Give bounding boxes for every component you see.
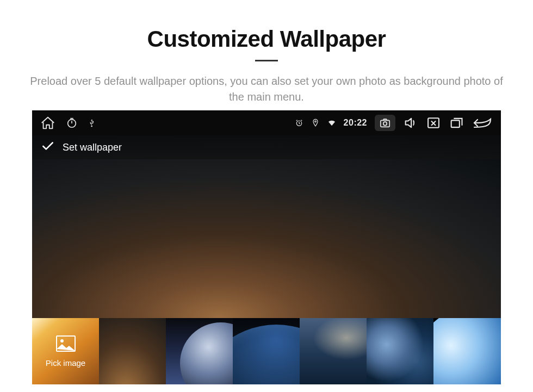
wallpaper-thumb-1[interactable]	[99, 318, 166, 384]
title-underline	[255, 60, 278, 61]
usb-icon	[88, 119, 96, 127]
svg-point-8	[60, 339, 64, 343]
wallpaper-preview	[32, 159, 501, 318]
status-bar-right: 20:22	[295, 115, 493, 131]
status-bar: 20:22	[32, 110, 501, 135]
thumbnail-strip: Pick image	[32, 318, 501, 384]
volume-icon[interactable]	[403, 115, 418, 130]
svg-point-2	[314, 121, 316, 122]
close-window-icon[interactable]	[426, 115, 441, 130]
screenshot-button[interactable]	[375, 115, 395, 131]
pick-image-label: Pick image	[46, 358, 85, 368]
page-title: Customized Wallpaper	[0, 26, 533, 52]
alarm-icon	[295, 119, 303, 127]
wallpaper-thumb-4[interactable]	[300, 318, 367, 384]
device-screen: 20:22	[32, 110, 501, 384]
wallpaper-thumb-6[interactable]	[433, 318, 501, 384]
timer-icon	[66, 117, 78, 129]
screen-title: Set wallpaper	[63, 142, 122, 153]
wallpaper-thumb-2[interactable]	[166, 318, 233, 384]
wallpaper-thumb-5[interactable]	[367, 318, 433, 384]
location-icon	[311, 119, 320, 127]
svg-rect-6	[451, 120, 460, 127]
camera-icon	[379, 117, 391, 129]
recent-apps-icon[interactable]	[449, 115, 464, 130]
wifi-icon	[327, 119, 336, 127]
svg-point-4	[383, 122, 387, 125]
status-bar-left	[40, 115, 96, 130]
page-subtitle: Preload over 5 default wallpaper options…	[22, 73, 511, 105]
svg-rect-3	[381, 120, 390, 127]
screen-title-row: Set wallpaper	[32, 135, 501, 159]
back-icon[interactable]	[472, 117, 493, 129]
check-icon[interactable]	[41, 139, 55, 156]
picture-icon	[55, 335, 76, 354]
home-icon[interactable]	[40, 115, 56, 130]
wallpaper-thumb-3[interactable]	[233, 318, 300, 384]
status-time: 20:22	[344, 118, 367, 128]
pick-image-button[interactable]: Pick image	[32, 318, 99, 384]
